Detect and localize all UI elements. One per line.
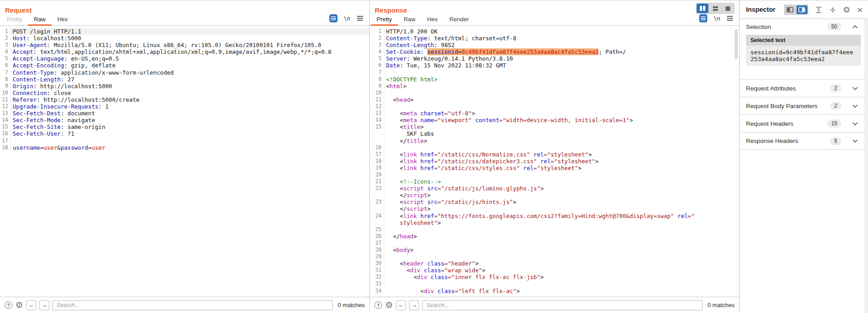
response-search-input[interactable]	[422, 300, 703, 310]
code-line[interactable]: 33	[370, 280, 739, 287]
code-line[interactable]: 18 <link href="/static/css/datepicker3.c…	[370, 158, 739, 165]
next-match-button[interactable]: →	[409, 300, 419, 310]
code-line[interactable]: 10	[370, 90, 739, 96]
code-line[interactable]: 25	[370, 226, 739, 233]
code-line[interactable]: 17	[0, 138, 369, 144]
code-line[interactable]: 13Sec-Fetch-Dest: document	[0, 110, 369, 117]
code-line[interactable]: 14 <meta name="viewport" content="width=…	[370, 117, 739, 123]
code-line[interactable]: 30 <header class="header">	[370, 260, 739, 267]
soft-wrap-icon[interactable]	[329, 14, 338, 23]
response-scrollbar[interactable]	[735, 29, 738, 59]
code-line[interactable]: 32 <div class="inner flx flx-ac flx-jsb"…	[370, 274, 739, 280]
code-line[interactable]: 17 <link href="/static/css/Normalize.css…	[370, 151, 739, 158]
code-line[interactable]: </script>	[370, 205, 739, 212]
code-line[interactable]: 16	[370, 144, 739, 151]
inspector-section-request-body-parameters[interactable]: Request Body Parameters2	[740, 97, 864, 114]
layout-columns-button[interactable]	[697, 4, 708, 13]
code-line[interactable]: 27	[370, 240, 739, 247]
code-line[interactable]: 3User-Agent: Mozilla/5.0 (X11; Ubuntu; L…	[0, 42, 369, 48]
next-match-button[interactable]: →	[39, 300, 49, 310]
inspector-close-icon[interactable]: ×	[857, 5, 863, 14]
code-line[interactable]: 5Accept-Language: en-US,en;q=0.5	[0, 55, 369, 62]
inspector-scrollbar[interactable]	[864, 19, 868, 313]
code-line[interactable]: 2Content-Type: text/html; charset=utf-8	[370, 35, 739, 42]
previous-match-button[interactable]: ←	[396, 300, 406, 310]
code-line[interactable]: 21 <!--Icons-->	[370, 178, 739, 185]
code-line[interactable]: 19 <link href="/static/css/styles.css" r…	[370, 165, 739, 171]
code-line[interactable]: 1HTTP/1.0 200 OK	[370, 28, 739, 35]
code-line[interactable]: 11Referer: http://localhost:5000/create	[0, 96, 369, 103]
code-line[interactable]: 8<!DOCTYPE html>	[370, 76, 739, 83]
code-line[interactable]: 24 <link href="https://fonts.googleapis.…	[370, 213, 739, 219]
code-line[interactable]: 8Content-Length: 27	[0, 76, 369, 83]
code-line[interactable]: 7	[370, 69, 739, 76]
collapse-all-icon[interactable]	[829, 6, 836, 14]
code-line[interactable]: 14Sec-Fetch-Mode: navigate	[0, 117, 369, 123]
code-line[interactable]: 4Accept: text/html,application/xhtml+xml…	[0, 48, 369, 55]
search-settings-gear-icon[interactable]: ⚙	[15, 301, 23, 309]
code-line[interactable]: stylesheet">	[370, 219, 739, 226]
code-line[interactable]: 15Sec-Fetch-Site: same-origin	[0, 123, 369, 130]
response-tab-render[interactable]: Render	[443, 14, 475, 26]
code-line[interactable]: </script>	[370, 192, 739, 199]
code-line[interactable]: 23 <script src="/static/js/hints.js">	[370, 199, 739, 205]
newline-visibility-icon[interactable]: \n	[344, 15, 350, 22]
code-line[interactable]: 20	[370, 171, 739, 178]
help-icon[interactable]: ?	[374, 301, 382, 309]
request-editor[interactable]: 1POST /login HTTP/1.12Host: localhost:50…	[0, 26, 369, 297]
code-line[interactable]: 1POST /login HTTP/1.1	[0, 28, 369, 35]
code-line[interactable]: 12	[370, 103, 739, 110]
code-line[interactable]: 18username=user&password=user	[0, 144, 369, 151]
inspector-section-response-headers[interactable]: Response Headers5	[740, 132, 864, 150]
code-line[interactable]: </title>	[370, 138, 739, 144]
newline-visibility-icon[interactable]: \n	[714, 15, 720, 22]
code-line[interactable]: 12Upgrade-Insecure-Requests: 1	[0, 103, 369, 110]
code-line[interactable]: 29	[370, 253, 739, 260]
code-line[interactable]: 26 </head>	[370, 233, 739, 240]
code-line[interactable]: 22 <script src="/static/js/lumino.glyphs…	[370, 185, 739, 192]
code-line[interactable]: 28 <body>	[370, 247, 739, 253]
response-tab-hex[interactable]: Hex	[421, 14, 443, 26]
dock-right-button[interactable]	[797, 5, 807, 14]
request-search-input[interactable]	[52, 300, 333, 310]
code-line[interactable]: 13 <meta charset="utf-8">	[370, 110, 739, 117]
previous-match-button[interactable]: ←	[26, 300, 36, 310]
editor-menu-icon[interactable]	[357, 15, 363, 21]
code-line[interactable]: 9<html>	[370, 83, 739, 90]
code-line[interactable]: 2Host: localhost:5000	[0, 35, 369, 42]
request-tab-pretty[interactable]: Pretty	[1, 14, 28, 26]
code-line[interactable]: 16Sec-Fetch-User: ?1	[0, 130, 369, 137]
editor-menu-icon[interactable]	[726, 15, 733, 21]
code-line[interactable]: 11 <head>	[370, 96, 739, 103]
code-line[interactable]: 10Connection: close	[0, 90, 369, 96]
response-tab-raw[interactable]: Raw	[398, 14, 421, 26]
code-line[interactable]: 6Date: Tue, 15 Nov 2022 11:08:32 GMT	[370, 62, 739, 69]
code-line[interactable]: 6Accept-Encoding: gzip, deflate	[0, 62, 369, 69]
help-icon[interactable]: ?	[5, 301, 12, 309]
line-number: 24	[370, 213, 384, 219]
code-line[interactable]: 31 <div class="wrap wide">	[370, 267, 739, 274]
inspector-section-request-headers[interactable]: Request Headers15	[740, 114, 864, 132]
code-line[interactable]: 3Content-Length: 9852	[370, 42, 739, 48]
code-line[interactable]: 5Server: Werkzeug/0.14.1 Python/3.8.10	[370, 55, 739, 62]
request-tab-raw[interactable]: Raw	[28, 14, 52, 26]
code-line[interactable]: 34 <div class="left flx flx-ac">	[370, 288, 739, 294]
dock-left-button[interactable]	[785, 5, 796, 14]
layout-single-button[interactable]	[722, 4, 734, 13]
soft-wrap-icon[interactable]	[699, 14, 708, 23]
inspector-panel: Inspector ⚙ ×	[740, 0, 868, 313]
expand-all-icon[interactable]	[815, 6, 822, 14]
code-line[interactable]: 7Content-Type: application/x-www-form-ur…	[0, 69, 369, 76]
code-line[interactable]: 4Set-Cookie: sessionid=9c49bf41dfaa87f4e…	[370, 48, 739, 55]
code-line[interactable]: 9Origin: http://localhost:5000	[0, 83, 369, 90]
search-settings-gear-icon[interactable]: ⚙	[385, 301, 393, 309]
response-editor[interactable]: 1HTTP/1.0 200 OK2Content-Type: text/html…	[370, 26, 739, 297]
code-line[interactable]: 15 <title>	[370, 123, 739, 130]
layout-rows-button[interactable]	[709, 4, 721, 13]
code-line[interactable]: SKF Labs	[370, 130, 739, 137]
inspector-settings-gear-icon[interactable]: ⚙	[843, 6, 850, 14]
inspector-section-selection[interactable]: Selection 50	[740, 19, 864, 34]
request-tab-hex[interactable]: Hex	[52, 14, 74, 26]
response-tab-pretty[interactable]: Pretty	[371, 14, 398, 26]
inspector-section-request-attributes[interactable]: Request Attributes2	[740, 79, 864, 97]
